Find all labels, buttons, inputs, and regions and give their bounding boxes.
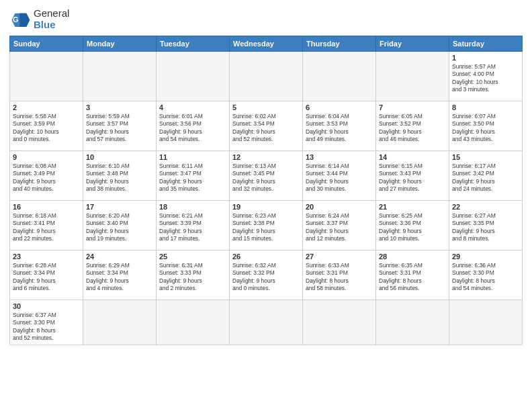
day-info: Sunrise: 6:36 AM Sunset: 3:30 PM Dayligh…: [452, 262, 519, 293]
weekday-header-row: SundayMondayTuesdayWednesdayThursdayFrid…: [10, 36, 523, 52]
calendar-cell: [230, 52, 303, 101]
day-info: Sunrise: 6:33 AM Sunset: 3:31 PM Dayligh…: [306, 262, 373, 293]
calendar-cell: 11Sunrise: 6:11 AM Sunset: 3:47 PM Dayli…: [157, 151, 230, 201]
day-number: 14: [379, 153, 446, 161]
day-info: Sunrise: 6:32 AM Sunset: 3:32 PM Dayligh…: [232, 262, 300, 293]
day-info: Sunrise: 6:37 AM Sunset: 3:30 PM Dayligh…: [13, 312, 80, 342]
calendar-cell: 7Sunrise: 6:05 AM Sunset: 3:52 PM Daylig…: [376, 101, 449, 151]
day-number: 7: [379, 103, 446, 111]
day-number: 15: [452, 153, 519, 161]
weekday-header-friday: Friday: [376, 36, 449, 52]
day-number: 25: [159, 253, 226, 261]
weekday-header-thursday: Thursday: [303, 36, 376, 52]
generalblue-logo-icon: G: [9, 9, 31, 30]
day-info: Sunrise: 6:07 AM Sunset: 3:50 PM Dayligh…: [452, 113, 519, 144]
calendar-cell: 20Sunrise: 6:24 AM Sunset: 3:37 PM Dayli…: [303, 201, 376, 250]
day-info: Sunrise: 6:11 AM Sunset: 3:47 PM Dayligh…: [159, 163, 226, 193]
calendar-cell: 25Sunrise: 6:31 AM Sunset: 3:33 PM Dayli…: [157, 250, 230, 300]
calendar-cell: [303, 52, 376, 101]
day-number: 20: [306, 203, 373, 211]
calendar-cell: [376, 300, 449, 345]
week-row-5: 23Sunrise: 6:28 AM Sunset: 3:34 PM Dayli…: [10, 250, 523, 300]
calendar-cell: 30Sunrise: 6:37 AM Sunset: 3:30 PM Dayli…: [10, 300, 83, 345]
calendar-cell: 12Sunrise: 6:13 AM Sunset: 3:45 PM Dayli…: [230, 151, 303, 201]
day-info: Sunrise: 6:10 AM Sunset: 3:48 PM Dayligh…: [86, 163, 153, 193]
day-number: 5: [232, 103, 300, 111]
calendar-cell: 10Sunrise: 6:10 AM Sunset: 3:48 PM Dayli…: [83, 151, 157, 201]
day-number: 2: [13, 103, 80, 111]
day-number: 24: [86, 253, 153, 261]
day-info: Sunrise: 6:14 AM Sunset: 3:44 PM Dayligh…: [306, 163, 373, 193]
header: G General Blue: [9, 8, 523, 30]
day-info: Sunrise: 5:57 AM Sunset: 4:00 PM Dayligh…: [452, 63, 519, 94]
day-info: Sunrise: 6:25 AM Sunset: 3:36 PM Dayligh…: [379, 212, 446, 243]
week-row-2: 2Sunrise: 5:58 AM Sunset: 3:59 PM Daylig…: [10, 101, 523, 151]
calendar-cell: 18Sunrise: 6:21 AM Sunset: 3:39 PM Dayli…: [157, 201, 230, 250]
day-number: 30: [13, 302, 80, 310]
calendar-cell: 29Sunrise: 6:36 AM Sunset: 3:30 PM Dayli…: [449, 250, 523, 300]
calendar-page: G General Blue SundayMondayTuesdayWednes…: [0, 0, 532, 411]
calendar-cell: 4Sunrise: 6:01 AM Sunset: 3:56 PM Daylig…: [157, 101, 230, 151]
day-number: 3: [86, 103, 153, 111]
calendar-cell: 23Sunrise: 6:28 AM Sunset: 3:34 PM Dayli…: [10, 250, 83, 300]
day-number: 16: [13, 203, 80, 211]
day-number: 26: [232, 253, 300, 261]
day-number: 8: [452, 103, 519, 111]
day-info: Sunrise: 6:31 AM Sunset: 3:33 PM Dayligh…: [159, 262, 226, 293]
calendar-cell: 3Sunrise: 5:59 AM Sunset: 3:57 PM Daylig…: [83, 101, 157, 151]
day-number: 18: [159, 203, 226, 211]
day-info: Sunrise: 6:21 AM Sunset: 3:39 PM Dayligh…: [159, 212, 226, 243]
logo-text: General Blue: [34, 8, 69, 30]
day-number: 29: [452, 253, 519, 261]
day-info: Sunrise: 6:08 AM Sunset: 3:49 PM Dayligh…: [13, 163, 80, 193]
day-number: 21: [379, 203, 446, 211]
day-number: 4: [159, 103, 226, 111]
calendar-cell: 9Sunrise: 6:08 AM Sunset: 3:49 PM Daylig…: [10, 151, 83, 201]
day-info: Sunrise: 6:18 AM Sunset: 3:41 PM Dayligh…: [13, 212, 80, 243]
calendar-cell: [83, 52, 157, 101]
day-number: 10: [86, 153, 153, 161]
week-row-1: 1Sunrise: 5:57 AM Sunset: 4:00 PM Daylig…: [10, 52, 523, 101]
day-info: Sunrise: 6:20 AM Sunset: 3:40 PM Dayligh…: [86, 212, 153, 243]
day-number: 12: [232, 153, 300, 161]
svg-text:G: G: [13, 15, 19, 24]
calendar-cell: 27Sunrise: 6:33 AM Sunset: 3:31 PM Dayli…: [303, 250, 376, 300]
calendar-cell: [376, 52, 449, 101]
day-info: Sunrise: 6:23 AM Sunset: 3:38 PM Dayligh…: [232, 212, 300, 243]
day-info: Sunrise: 6:04 AM Sunset: 3:53 PM Dayligh…: [306, 113, 373, 144]
weekday-header-sunday: Sunday: [10, 36, 83, 52]
calendar-cell: 28Sunrise: 6:35 AM Sunset: 3:31 PM Dayli…: [376, 250, 449, 300]
day-number: 23: [13, 253, 80, 261]
day-info: Sunrise: 6:17 AM Sunset: 3:42 PM Dayligh…: [452, 163, 519, 193]
calendar-cell: 17Sunrise: 6:20 AM Sunset: 3:40 PM Dayli…: [83, 201, 157, 250]
day-info: Sunrise: 6:35 AM Sunset: 3:31 PM Dayligh…: [379, 262, 446, 293]
day-number: 17: [86, 203, 153, 211]
calendar-cell: 8Sunrise: 6:07 AM Sunset: 3:50 PM Daylig…: [449, 101, 523, 151]
day-number: 6: [306, 103, 373, 111]
calendar-cell: 19Sunrise: 6:23 AM Sunset: 3:38 PM Dayli…: [230, 201, 303, 250]
day-info: Sunrise: 6:02 AM Sunset: 3:54 PM Dayligh…: [232, 113, 300, 144]
calendar-cell: [449, 300, 523, 345]
svg-marker-1: [19, 13, 30, 26]
day-number: 22: [452, 203, 519, 211]
week-row-4: 16Sunrise: 6:18 AM Sunset: 3:41 PM Dayli…: [10, 201, 523, 250]
calendar-cell: 14Sunrise: 6:15 AM Sunset: 3:43 PM Dayli…: [376, 151, 449, 201]
calendar-cell: [230, 300, 303, 345]
day-info: Sunrise: 6:05 AM Sunset: 3:52 PM Dayligh…: [379, 113, 446, 144]
weekday-header-tuesday: Tuesday: [157, 36, 230, 52]
calendar-cell: [157, 52, 230, 101]
calendar-table: SundayMondayTuesdayWednesdayThursdayFrid…: [9, 36, 523, 345]
day-number: 11: [159, 153, 226, 161]
day-number: 19: [232, 203, 300, 211]
calendar-cell: 6Sunrise: 6:04 AM Sunset: 3:53 PM Daylig…: [303, 101, 376, 151]
day-info: Sunrise: 6:24 AM Sunset: 3:37 PM Dayligh…: [306, 212, 373, 243]
weekday-header-wednesday: Wednesday: [230, 36, 303, 52]
day-info: Sunrise: 6:27 AM Sunset: 3:35 PM Dayligh…: [452, 212, 519, 243]
day-info: Sunrise: 6:01 AM Sunset: 3:56 PM Dayligh…: [159, 113, 226, 144]
calendar-cell: [303, 300, 376, 345]
weekday-header-saturday: Saturday: [449, 36, 523, 52]
weekday-header-monday: Monday: [83, 36, 157, 52]
day-number: 13: [306, 153, 373, 161]
day-info: Sunrise: 6:13 AM Sunset: 3:45 PM Dayligh…: [232, 163, 300, 193]
calendar-cell: 2Sunrise: 5:58 AM Sunset: 3:59 PM Daylig…: [10, 101, 83, 151]
